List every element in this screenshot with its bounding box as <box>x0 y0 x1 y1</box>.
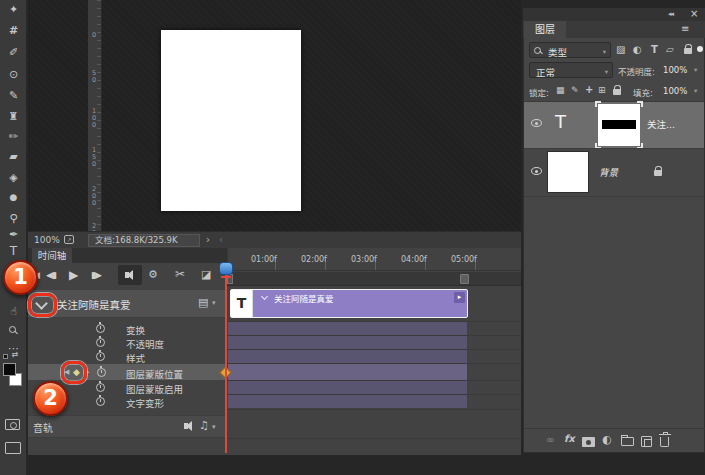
layer-name[interactable]: 关注... <box>647 117 675 131</box>
new-group-icon[interactable] <box>621 437 634 446</box>
stopwatch-icon[interactable] <box>96 397 105 406</box>
canvas-document[interactable] <box>161 30 301 211</box>
close-panel-icon[interactable]: × <box>690 8 698 19</box>
mute-audio-button[interactable] <box>118 265 142 285</box>
stopwatch-icon[interactable] <box>96 324 105 333</box>
zoom-tool-icon[interactable] <box>9 326 16 333</box>
clip-end-arrow-icon[interactable]: ▸ <box>454 292 465 303</box>
clone-stamp-tool-icon[interactable]: ♜ <box>0 110 27 123</box>
brush-tool-icon[interactable]: ✎ <box>0 89 27 102</box>
history-brush-tool-icon[interactable]: ✏ <box>0 130 27 143</box>
blend-mode-dropdown[interactable]: 正常 ▾ <box>529 62 613 78</box>
visibility-eye-icon[interactable] <box>531 167 542 175</box>
prev-frame-button[interactable]: ◀▮ <box>46 270 56 280</box>
audio-speaker-icon[interactable] <box>184 423 188 429</box>
chevron-down-icon[interactable]: ▾ <box>694 87 697 95</box>
stopwatch-icon[interactable] <box>96 338 105 347</box>
timeline-clip[interactable]: T 关注阿随是真爱 ▸ <box>230 289 468 318</box>
layer-row-text[interactable]: T 关注... <box>524 102 704 148</box>
work-area-end-handle[interactable] <box>460 274 469 284</box>
lock-artboard-icon[interactable]: ⊞ <box>598 85 606 95</box>
tab-layers[interactable]: 图层 <box>524 21 566 38</box>
property-track-strip[interactable] <box>228 336 467 349</box>
layer-mask-thumbnail[interactable] <box>598 104 640 146</box>
layer-row-background[interactable]: 背景 <box>524 149 704 196</box>
timeline-settings-icon[interactable]: ⚙ <box>148 268 158 281</box>
property-row-opacity[interactable]: 不透明度 <box>28 336 227 349</box>
link-layers-icon[interactable]: ∞ <box>546 434 554 445</box>
filter-smart-object-icon[interactable] <box>684 48 692 54</box>
fill-value[interactable]: 100% <box>663 86 687 96</box>
opacity-label: 不透明度: <box>618 65 655 77</box>
property-track-strip-highlight[interactable] <box>228 364 467 380</box>
magic-wand-tool-icon[interactable]: ✦ <box>0 3 27 16</box>
crop-tool-icon[interactable]: # <box>0 24 27 37</box>
adjustment-layer-icon[interactable]: ◐ <box>602 433 612 446</box>
dodge-tool-icon[interactable]: ⚲ <box>0 212 27 225</box>
chevron-down-icon[interactable]: ▾ <box>694 66 697 74</box>
zoom-level[interactable]: 100% <box>34 235 60 245</box>
screen-mode-icon[interactable] <box>5 442 21 454</box>
next-frame-button[interactable]: ▮▶ <box>91 270 101 280</box>
eyedropper-tool-icon[interactable]: ✐ <box>0 46 27 59</box>
property-row-transform[interactable]: 变换 <box>28 322 227 335</box>
property-track-strip[interactable] <box>228 322 467 335</box>
lock-pixels-icon[interactable]: ✎ <box>571 85 579 95</box>
property-track-strip[interactable] <box>228 381 467 394</box>
audio-options-chevron-icon[interactable]: ▾ <box>212 423 216 431</box>
swap-colors-icon[interactable]: ⇄ <box>6 350 24 359</box>
clip-chevron-icon[interactable] <box>261 293 268 300</box>
playhead-handle[interactable] <box>219 262 233 275</box>
eraser-tool-icon[interactable]: ▰ <box>0 150 27 163</box>
music-note-icon[interactable]: ♫ <box>199 419 209 432</box>
share-icon[interactable]: ↗ <box>64 235 74 244</box>
visibility-eye-icon[interactable] <box>531 119 542 127</box>
work-area-bar[interactable] <box>227 272 521 286</box>
panel-menu-icon[interactable]: ≡ <box>681 23 689 34</box>
type-tool-icon[interactable]: T <box>0 244 27 258</box>
track-options-chevron-icon[interactable]: ▾ <box>212 299 216 307</box>
filter-toggle-icon[interactable] <box>697 46 703 52</box>
lock-transparency-icon[interactable]: ▦ <box>556 85 565 95</box>
transition-icon[interactable]: ◪ <box>201 268 211 281</box>
healing-brush-tool-icon[interactable]: ⊙ <box>0 68 27 81</box>
gradient-tool-icon[interactable]: ◈ <box>0 171 27 184</box>
property-row-layer-mask-position[interactable]: ◀ ◆ ▶ 图层蒙版位置 <box>28 364 227 380</box>
layer-filter-dropdown[interactable]: 类型 ▾ <box>529 42 611 58</box>
ruler-label: 150 <box>90 146 98 167</box>
text-layer-thumbnail[interactable]: T <box>555 111 566 132</box>
blur-tool-icon[interactable]: ● <box>0 192 27 202</box>
status-bar: 100% ↗ 文档:168.8K/325.9K › ‹ <box>28 231 521 248</box>
split-at-playhead-icon[interactable]: ✂ <box>175 267 185 281</box>
add-mask-icon[interactable] <box>582 437 595 447</box>
document-info[interactable]: 文档:168.8K/325.9K <box>88 234 200 247</box>
tab-timeline[interactable]: 时间轴 <box>32 248 72 263</box>
property-track-strip[interactable] <box>228 395 467 408</box>
foreground-color-swatch[interactable] <box>3 363 16 376</box>
collapse-panel-icon[interactable]: ◂◂ <box>668 10 673 18</box>
filter-pixel-icon[interactable]: ▨ <box>616 44 625 55</box>
delete-layer-icon[interactable] <box>660 437 669 447</box>
hand-tool-icon[interactable]: ☝ <box>0 305 27 318</box>
property-track-strip[interactable] <box>228 350 467 363</box>
status-collapse-arrow[interactable]: ‹ <box>219 234 223 245</box>
layer-style-fx-icon[interactable]: fx <box>564 433 575 444</box>
track-options-icon[interactable]: ▤ <box>198 296 208 309</box>
layer-name[interactable]: 背景 <box>599 165 618 179</box>
quick-mask-icon[interactable] <box>5 419 20 430</box>
property-row-style[interactable]: 样式 <box>28 350 227 363</box>
stopwatch-icon[interactable] <box>96 383 105 392</box>
pen-tool-icon[interactable]: ✒ <box>0 228 27 241</box>
lock-position-icon[interactable]: + <box>585 84 593 95</box>
filter-type-icon[interactable]: T <box>651 44 658 55</box>
stopwatch-icon[interactable] <box>96 352 105 361</box>
lock-all-icon[interactable] <box>613 89 621 95</box>
filter-shape-icon[interactable]: ▱ <box>666 44 674 55</box>
status-expand-arrow[interactable]: › <box>206 234 210 245</box>
play-button[interactable]: ▶ <box>69 268 77 282</box>
stopwatch-icon[interactable] <box>97 368 106 377</box>
opacity-value[interactable]: 100% <box>663 65 687 75</box>
background-layer-thumbnail[interactable] <box>547 151 589 193</box>
new-layer-icon[interactable] <box>641 436 652 447</box>
filter-adjustment-icon[interactable]: ◐ <box>633 44 642 55</box>
